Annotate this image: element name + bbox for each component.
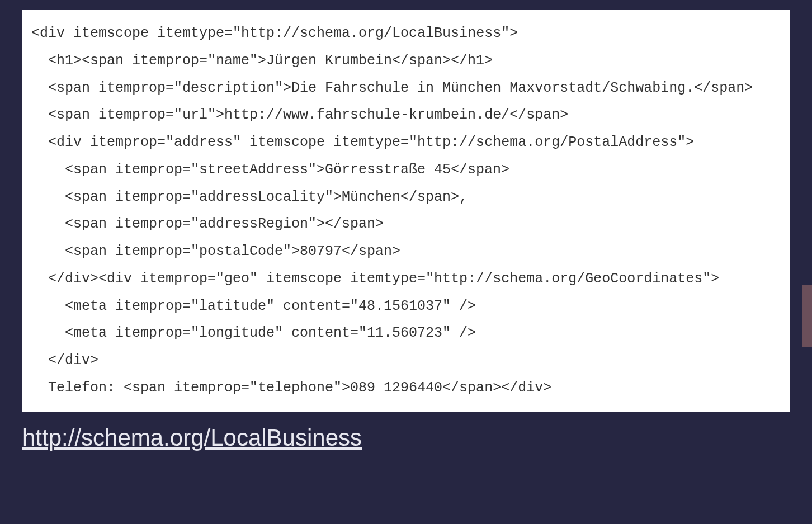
schema-org-link[interactable]: http://schema.org/LocalBusiness — [22, 424, 362, 451]
code-line-14: Telefon: <span itemprop="telephone">089 … — [31, 375, 781, 402]
code-line-3: <span itemprop="description">Die Fahrsch… — [31, 75, 781, 102]
code-line-10: </div><div itemprop="geo" itemscope item… — [31, 266, 781, 293]
code-line-1: <div itemscope itemtype="http://schema.o… — [31, 20, 781, 48]
code-line-13: </div> — [31, 347, 781, 375]
code-line-6: <span itemprop="streetAddress">Görresstr… — [31, 157, 781, 184]
code-line-9: <span itemprop="postalCode">80797</span> — [31, 238, 781, 266]
code-block: <div itemscope itemtype="http://schema.o… — [22, 10, 790, 412]
code-line-8: <span itemprop="addressRegion"></span> — [31, 211, 781, 238]
code-line-2: <h1><span itemprop="name">Jürgen Krumbei… — [31, 48, 781, 75]
code-line-7: <span itemprop="addressLocality">München… — [31, 184, 781, 211]
code-line-5: <div itemprop="address" itemscope itemty… — [31, 129, 781, 157]
accent-bar — [802, 285, 812, 347]
code-line-11: <meta itemprop="latitude" content="48.15… — [31, 293, 781, 320]
code-line-12: <meta itemprop="longitude" content="11.5… — [31, 320, 781, 347]
code-line-4: <span itemprop="url">http://www.fahrschu… — [31, 102, 781, 129]
